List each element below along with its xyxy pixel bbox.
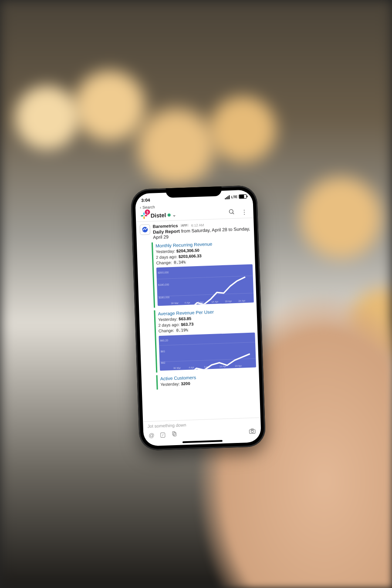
status-time: 3:04 xyxy=(141,197,150,203)
camera-icon[interactable] xyxy=(249,428,256,436)
mrr-chart[interactable]: $200,000 $190,000 $180,000 30 Mar 4 Apr … xyxy=(156,264,254,306)
svg-rect-2 xyxy=(143,216,145,219)
chevron-down-icon: ⌄ xyxy=(172,212,176,217)
attachment-mrr: Monthly Recurring Revenue Yesterday: $20… xyxy=(152,239,257,308)
attachment-icon[interactable] xyxy=(171,431,178,438)
slack-logo-icon[interactable]: 3 xyxy=(140,212,148,220)
presence-dot-icon xyxy=(168,213,171,216)
arpu-chart[interactable]: $65.20 $65 $62 30 Mar 4 Apr 9 Apr 14 Apr… xyxy=(159,332,256,371)
notification-badge: 3 xyxy=(145,210,150,215)
app-tag: APP xyxy=(180,224,189,227)
message: Baremetrics APP 6:12 AM Daily Report fro… xyxy=(136,218,254,240)
phone-device: 3:04 LTE ‹ Search 3 Distel ⌄ xyxy=(131,185,266,451)
message-scroll[interactable]: Baremetrics APP 6:12 AM Daily Report fro… xyxy=(136,218,260,421)
message-timestamp: 6:12 AM xyxy=(191,223,204,227)
network-label: LTE xyxy=(231,195,238,199)
mention-icon[interactable]: @ xyxy=(149,432,155,439)
back-label: Search xyxy=(142,205,155,210)
svg-line-10 xyxy=(159,342,255,345)
chevron-left-icon: ‹ xyxy=(140,205,141,210)
sender-name: Baremetrics xyxy=(152,223,178,229)
attachment-arpu: Average Revenue Per User Yesterday: $63.… xyxy=(154,307,259,373)
signal-icon xyxy=(225,195,230,199)
svg-line-7 xyxy=(157,276,253,280)
svg-point-16 xyxy=(251,430,253,433)
svg-rect-3 xyxy=(145,215,147,216)
title-prefix: Daily Report xyxy=(153,228,180,234)
search-icon[interactable] xyxy=(226,209,237,217)
battery-icon xyxy=(239,194,247,199)
attachment-active-customers: Active Customers Yesterday: 3200 xyxy=(156,372,260,389)
home-indicator[interactable] xyxy=(182,440,223,443)
phone-screen: 3:04 LTE ‹ Search 3 Distel ⌄ xyxy=(135,189,261,446)
baremetrics-avatar-icon[interactable] xyxy=(139,224,150,235)
svg-line-11 xyxy=(159,358,256,362)
svg-line-5 xyxy=(233,213,234,214)
more-icon[interactable]: ⋮ xyxy=(239,209,249,216)
workspace-switcher[interactable]: Distel ⌄ xyxy=(150,211,176,219)
svg-rect-1 xyxy=(141,215,143,216)
phone-notch xyxy=(166,186,222,198)
workspace-name: Distel xyxy=(150,212,166,219)
slash-command-icon[interactable]: / xyxy=(160,432,165,437)
svg-line-8 xyxy=(157,293,253,297)
svg-point-6 xyxy=(142,227,148,233)
